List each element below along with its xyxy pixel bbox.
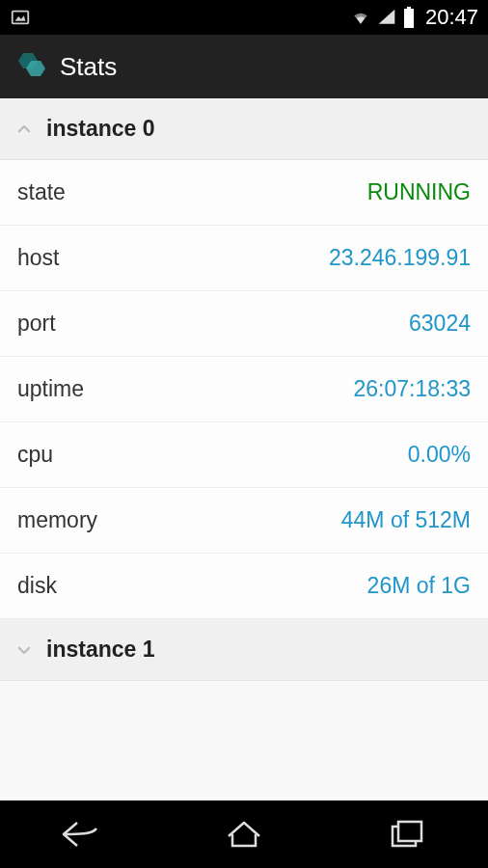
- row-value: 23.246.199.91: [329, 245, 471, 271]
- row-uptime[interactable]: uptime 26:07:18:33: [0, 357, 488, 422]
- android-status-bar: 20:47: [0, 0, 488, 35]
- action-bar: Stats: [0, 35, 488, 98]
- app-title: Stats: [60, 52, 117, 82]
- row-cpu[interactable]: cpu 0.00%: [0, 422, 488, 488]
- row-label: disk: [17, 573, 57, 599]
- battery-icon: [402, 7, 416, 28]
- svg-rect-7: [398, 822, 421, 841]
- back-button[interactable]: [42, 810, 120, 858]
- section-title: instance 1: [46, 637, 155, 663]
- status-clock: 20:47: [425, 5, 478, 30]
- section-title: instance 0: [46, 116, 155, 142]
- row-value: 44M of 512M: [341, 507, 471, 533]
- row-disk[interactable]: disk 26M of 1G: [0, 554, 488, 619]
- home-button[interactable]: [205, 810, 283, 858]
- row-host[interactable]: host 23.246.199.91: [0, 226, 488, 291]
- app-logo-icon: [12, 47, 50, 86]
- row-label: host: [17, 245, 59, 271]
- svg-marker-1: [15, 15, 26, 21]
- row-label: memory: [17, 507, 97, 533]
- row-value: 0.00%: [408, 442, 471, 468]
- chevron-up-icon: [14, 119, 35, 140]
- row-value: RUNNING: [367, 179, 471, 205]
- row-value: 26:07:18:33: [353, 376, 471, 402]
- picture-notification-icon: [10, 7, 31, 28]
- section-header-instance-1[interactable]: instance 1: [0, 619, 488, 681]
- android-nav-bar: [0, 800, 488, 868]
- chevron-down-icon: [14, 639, 35, 661]
- recent-apps-button[interactable]: [368, 810, 446, 858]
- row-label: uptime: [17, 376, 84, 402]
- row-label: state: [17, 179, 66, 205]
- row-value: 26M of 1G: [367, 573, 471, 599]
- row-label: port: [17, 311, 56, 337]
- row-label: cpu: [17, 442, 53, 468]
- row-value: 63024: [409, 311, 471, 337]
- row-port[interactable]: port 63024: [0, 291, 488, 357]
- row-state[interactable]: state RUNNING: [0, 160, 488, 226]
- svg-marker-2: [379, 10, 395, 24]
- svg-rect-0: [13, 12, 29, 24]
- content-area: instance 0 state RUNNING host 23.246.199…: [0, 98, 488, 800]
- svg-rect-3: [407, 7, 411, 9]
- row-memory[interactable]: memory 44M of 512M: [0, 488, 488, 554]
- signal-icon: [377, 8, 396, 27]
- wifi-icon: [350, 8, 371, 27]
- svg-rect-4: [404, 9, 414, 28]
- section-header-instance-0[interactable]: instance 0: [0, 98, 488, 160]
